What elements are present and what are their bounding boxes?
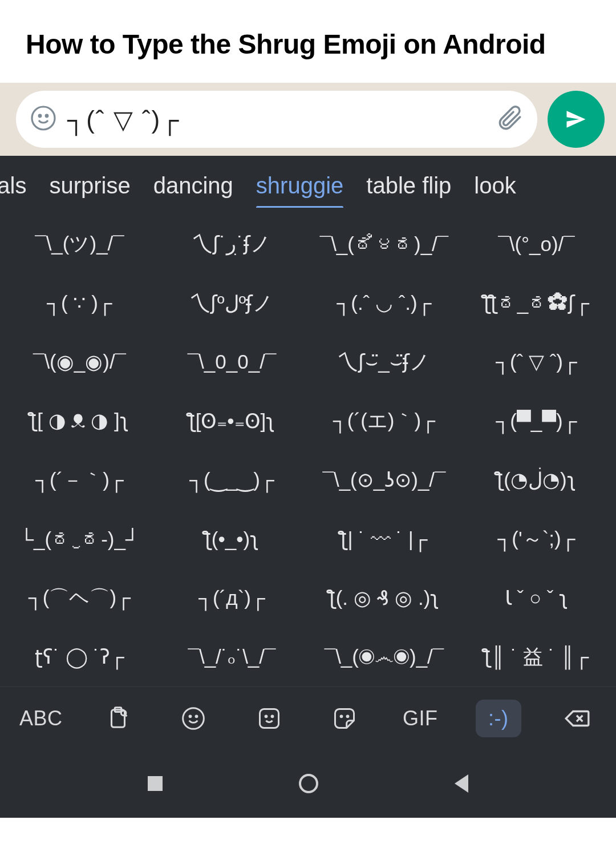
android-nav-bar (0, 749, 616, 818)
kaomoji-cell[interactable]: 乀ʃ˙ڔ˙ʄノ (156, 215, 308, 273)
kaomoji-cell[interactable]: ƪ(◔ڶ◔)ʅ (460, 451, 613, 510)
nav-back[interactable] (455, 774, 468, 793)
kaomoji-cell[interactable]: ┐(ˆ ▽ ˆ)┌ (460, 333, 613, 391)
svg-point-9 (196, 715, 197, 717)
kaomoji-cell[interactable]: ┐(▀_▀)┌ (460, 391, 613, 450)
category-tab-surprise[interactable]: surprise (49, 168, 130, 208)
svg-point-11 (265, 715, 267, 717)
kaomoji-cell[interactable]: ┐(⌒ヘ⌒)┌ (3, 568, 156, 627)
category-tab-look[interactable]: look (474, 168, 516, 208)
page-title: How to Type the Shrug Emoji on Android (26, 29, 590, 60)
kaomoji-cell[interactable]: ƪ(•_•)ʅ (156, 510, 308, 568)
nav-home[interactable] (299, 774, 318, 793)
svg-point-2 (46, 115, 48, 117)
kaomoji-cell[interactable]: ┐(´(エ)｀)┌ (308, 391, 460, 450)
kaomoji-cell[interactable]: ʈʕ˙ ◯ ˙ʔ┌ (3, 628, 156, 687)
kaomoji-cell[interactable]: ┐(´д`)┌ (156, 568, 308, 627)
kaomoji-cell[interactable]: ƪƪಠ_ಠ✿ʃ┌ (460, 273, 613, 332)
message-input-text[interactable]: ┐(ˆ ▽ ˆ)┌ (67, 105, 485, 134)
svg-point-13 (341, 715, 342, 717)
sticker-tab-icon[interactable] (249, 700, 289, 737)
kaomoji-cell[interactable]: ¯\_(◉෴◉)_/¯ (308, 628, 460, 687)
emoji-picker-icon[interactable] (30, 104, 57, 134)
kaomoji-cell[interactable]: ƪ| ˙ 〰 ˙ |┌ (308, 510, 460, 568)
abc-key[interactable]: ABC (19, 700, 63, 737)
svg-point-14 (347, 715, 348, 717)
keyboard-panel: malssurprisedancingshruggietable fliploo… (0, 156, 616, 818)
attachment-icon[interactable] (495, 104, 524, 135)
kaomoji-cell[interactable]: ƪ(. ◎ ₰ ◎ .)ʅ (308, 568, 460, 627)
kaomoji-cell[interactable]: ƪ[ ◑ ᴥ ◑ ]ʅ (3, 391, 156, 450)
kaomoji-cell[interactable]: ┐(´－｀)┌ (3, 451, 156, 510)
kaomoji-cell[interactable]: ┐('～`;)┌ (460, 510, 613, 568)
category-tab-dancing[interactable]: dancing (153, 168, 233, 208)
svg-point-8 (189, 715, 191, 717)
kaomoji-cell[interactable]: ┐(‿_‿)┌ (156, 451, 308, 510)
clipboard-icon[interactable] (98, 700, 138, 737)
emoji-tab-icon[interactable] (173, 700, 213, 737)
kaomoji-cell[interactable]: ¯\_(ಠಿ౪ಠ)_/¯ (308, 215, 460, 273)
gif-tab[interactable]: GIF (400, 700, 440, 737)
message-input-pill[interactable]: ┐(ˆ ▽ ˆ)┌ (16, 91, 537, 148)
kaomoji-cell[interactable]: ┐(.ˆ ◡ ˆ.)┌ (308, 273, 460, 332)
category-tab-shruggie[interactable]: shruggie (256, 168, 343, 208)
nav-recent-apps[interactable] (148, 776, 163, 791)
kaomoji-cell[interactable]: Ɩ ˇ ○ ˇ ʅ (460, 568, 613, 627)
kaomoji-grid: ¯\_(ツ)_/¯乀ʃ˙ڔ˙ʄノ¯\_(ಠಿ౪ಠ)_/¯¯\(°_o)/¯┐( … (0, 208, 616, 687)
svg-point-1 (39, 115, 41, 117)
svg-rect-10 (260, 709, 278, 728)
kaomoji-category-row[interactable]: malssurprisedancingshruggietable fliploo… (0, 156, 616, 208)
kaomoji-cell[interactable]: ¯\_(⊙_ʖ⊙)_/¯ (308, 451, 460, 510)
kaomoji-cell[interactable]: ¯\_0_0_/¯ (156, 333, 308, 391)
kaomoji-cell[interactable]: ¯\_(ツ)_/¯ (3, 215, 156, 273)
kaomoji-cell[interactable]: ¯\(°_o)/¯ (460, 215, 613, 273)
category-tab-table-flip[interactable]: table flip (366, 168, 451, 208)
chat-composer-bar: ┐(ˆ ▽ ˆ)┌ (0, 83, 616, 156)
svg-point-7 (183, 708, 204, 729)
kaomoji-cell[interactable]: 乀ʃ⌣̈_⌣̈ʄノ (308, 333, 460, 391)
kaomoji-cell[interactable]: ƪ[ʘ₌•₌ʘ]ʅ (156, 391, 308, 450)
svg-line-6 (125, 714, 127, 716)
kaomoji-cell[interactable]: ¯\_/˙ₒ˙\_/¯ (156, 628, 308, 687)
svg-point-12 (271, 715, 273, 717)
page-header: How to Type the Shrug Emoji on Android (0, 0, 616, 83)
sticker-peel-icon[interactable] (325, 700, 364, 737)
kaomoji-cell[interactable]: └_(ಠ‿ಠ-)_┘ (3, 510, 156, 568)
backspace-key[interactable] (557, 700, 597, 737)
svg-point-0 (32, 107, 55, 130)
emoticon-tab[interactable]: :-) (476, 700, 521, 737)
category-tab-mals[interactable]: mals (0, 168, 26, 208)
kaomoji-cell[interactable]: ┐( ∵ )┌ (3, 273, 156, 332)
kaomoji-cell[interactable]: ƪ║ ˙ 益 ˙ ║┌ (460, 628, 613, 687)
kaomoji-cell[interactable]: 乀ʃºلºʄノ (156, 273, 308, 332)
send-button[interactable] (548, 91, 605, 148)
kaomoji-cell[interactable]: ¯\(◉_◉)/¯ (3, 333, 156, 391)
keyboard-bottom-bar: ABC (0, 687, 616, 749)
